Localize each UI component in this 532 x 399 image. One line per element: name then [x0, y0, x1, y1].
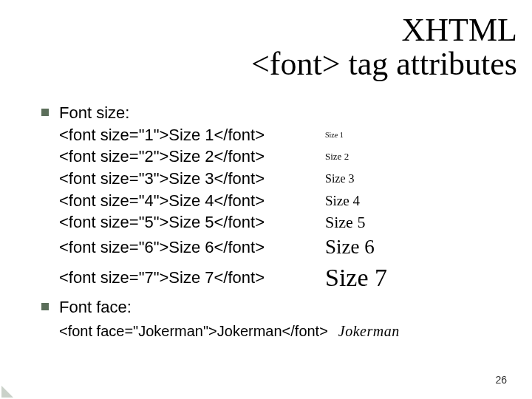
font-size-example-2: Size 2	[325, 150, 349, 163]
slide-body: Font size: <font size="1">Size 1</font> …	[38, 100, 497, 341]
font-size-example-7: Size 7	[325, 261, 387, 295]
font-size-example-5: Size 5	[325, 211, 365, 233]
bullet-font-size-label: Font size:	[59, 103, 129, 122]
font-size-row-3: <font size="3">Size 3</font> Size 3	[59, 168, 497, 190]
bullet-font-size: Font size:	[38, 102, 497, 124]
title-line-1: XHTML	[251, 13, 517, 47]
font-size-row-7: <font size="7">Size 7</font> Size 7	[59, 261, 497, 295]
font-size-code-4: <font size="4">Size 4</font>	[59, 190, 325, 212]
corner-accent-icon	[1, 386, 13, 398]
font-size-example-4: Size 4	[325, 191, 360, 211]
slide: XHTML <font> tag attributes Font size: <…	[0, 0, 532, 399]
font-size-row-4: <font size="4">Size 4</font> Size 4	[59, 190, 497, 212]
font-size-row-5: <font size="5">Size 5</font> Size 5	[59, 211, 497, 233]
font-size-row-2: <font size="2">Size 2</font> Size 2	[59, 146, 497, 168]
font-face-code: <font face="Jokerman">Jokerman</font>	[59, 321, 328, 341]
font-size-code-5: <font size="5">Size 5</font>	[59, 211, 325, 233]
font-size-row-6: <font size="6">Size 6</font> Size 6	[59, 233, 497, 260]
font-size-example-6: Size 6	[325, 233, 375, 260]
page-number: 26	[495, 374, 507, 386]
font-size-code-1: <font size="1">Size 1</font>	[59, 124, 325, 146]
font-size-example-3: Size 3	[325, 171, 355, 187]
title-line-2: <font> tag attributes	[251, 47, 517, 81]
bullet-font-face-label: Font face:	[59, 298, 132, 316]
font-face-example: Jokerman	[338, 321, 400, 341]
font-size-example-1: Size 1	[325, 130, 344, 140]
font-size-code-6: <font size="6">Size 6</font>	[59, 236, 325, 259]
font-size-row-1: <font size="1">Size 1</font> Size 1	[59, 124, 497, 146]
font-size-code-3: <font size="3">Size 3</font>	[59, 168, 325, 190]
font-face-line: <font face="Jokerman">Jokerman</font> Jo…	[38, 321, 497, 341]
bullet-font-face: Font face:	[38, 296, 497, 318]
font-size-rows: <font size="1">Size 1</font> Size 1 <fon…	[38, 124, 497, 295]
font-size-code-2: <font size="2">Size 2</font>	[59, 146, 325, 168]
font-size-code-7: <font size="7">Size 7</font>	[59, 267, 325, 289]
slide-title: XHTML <font> tag attributes	[251, 13, 517, 81]
